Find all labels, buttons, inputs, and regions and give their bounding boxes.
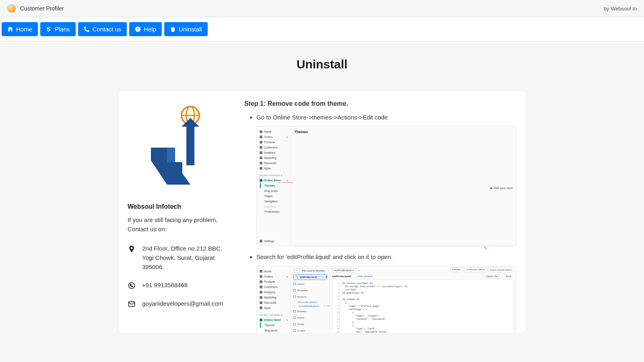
app-avatar-icon xyxy=(7,4,16,13)
shopify-sidenav: Home Orders Products Customers Analytics… xyxy=(257,127,291,246)
nav-bar: Home Plans Contact us ? Help Uninstall xyxy=(0,17,644,41)
contact-email: goyanidevelopers@gmail.com xyxy=(128,299,227,308)
phone-text: +91 9913588468 xyxy=(142,280,188,290)
support-text: If you are still facing any problem, Con… xyxy=(128,215,227,234)
file-search-input xyxy=(300,276,326,278)
email-text: goyanidevelopers@gmail.com xyxy=(142,299,223,308)
step1-title: Step 1: Remove code from theme. xyxy=(244,100,516,107)
whatsapp-icon xyxy=(128,282,136,290)
page-title: Uninstall xyxy=(119,58,525,71)
step1-goto-item: Go to Online Store->themes->Actions->Edi… xyxy=(256,114,516,121)
nav-uninstall-label: Uninstall xyxy=(179,26,202,33)
shopify-themes-screenshot: Home Orders Products Customers Analytics… xyxy=(256,126,516,246)
nav-plans-label: Plans xyxy=(55,26,70,33)
question-icon: ? xyxy=(135,26,141,32)
envelope-icon xyxy=(128,300,136,308)
nav-contact-button[interactable]: Contact us xyxy=(78,22,127,36)
contact-phone: +91 9913588468 xyxy=(128,280,227,290)
step1-search-item: Search for 'editProfile.liquid' and clic… xyxy=(256,253,516,260)
shopify-editcode-screenshot: Home Orders Products Customers Analytics… xyxy=(256,266,516,333)
nav-help-label: Help xyxy=(144,26,156,33)
company-sidebar: Websoul Infotech If you are still facing… xyxy=(119,91,235,333)
content-card: Websoul Infotech If you are still facing… xyxy=(119,91,525,333)
themes-heading: Themes xyxy=(294,130,308,246)
websoul-logo-icon xyxy=(143,104,211,193)
nav-contact-label: Contact us xyxy=(93,26,122,33)
file-tree-column: ←Edit code for Brooklyn 🔍↙ Layout Templa… xyxy=(291,266,330,333)
trash-icon xyxy=(170,26,176,32)
company-name: Websoul Infotech xyxy=(128,203,227,210)
page-container: Uninstall Websoul Infotech If you are st… xyxy=(119,41,525,333)
step1-list: Go to Online Store->themes->Actions->Edi… xyxy=(244,114,516,333)
app-byline: by Websoul In xyxy=(604,6,637,12)
phone-icon xyxy=(84,26,90,32)
map-pin-icon xyxy=(128,245,136,253)
instructions-panel[interactable]: Step 1: Remove code from theme. Go to On… xyxy=(235,91,525,333)
nav-home-label: Home xyxy=(16,26,32,33)
address-text: 2nd Floor, Office no.212 BBC. Yogi Chowk… xyxy=(142,244,227,272)
app-frame-topbar: Customer Profiler by Websoul In xyxy=(0,0,644,17)
contact-address: 2nd Floor, Office no.212 BBC. Yogi Chowk… xyxy=(128,244,227,272)
nav-help-button[interactable]: ? Help xyxy=(129,22,162,36)
nav-home-button[interactable]: Home xyxy=(2,22,38,36)
svg-text:?: ? xyxy=(137,27,139,31)
app-title: Customer Profiler xyxy=(20,5,64,12)
shopify-sidenav-2: Home Orders Products Customers Analytics… xyxy=(257,266,291,333)
svg-point-5 xyxy=(129,283,135,289)
company-logo xyxy=(128,100,227,203)
code-editor: Preview Customize theme Expert theme hel… xyxy=(330,266,516,333)
topbar-left: Customer Profiler xyxy=(7,4,64,13)
dollar-icon xyxy=(46,26,52,32)
code-block: 1{% unless customer %} 2 {% assign redir… xyxy=(332,280,514,333)
nav-plans-button[interactable]: Plans xyxy=(40,22,76,36)
nav-uninstall-button[interactable]: Uninstall xyxy=(164,22,208,36)
home-icon xyxy=(7,26,13,32)
view-store-link: ◉ View your store xyxy=(490,130,513,246)
